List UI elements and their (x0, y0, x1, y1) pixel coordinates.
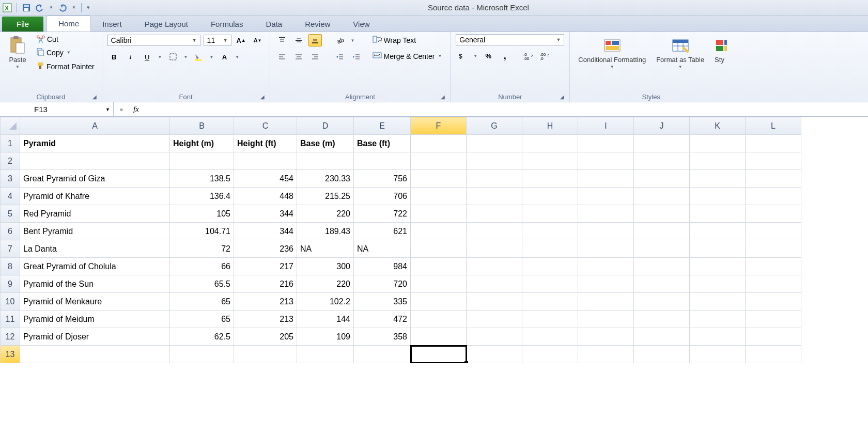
cell-B12[interactable]: 62.5 (170, 328, 234, 346)
cell-L6[interactable] (746, 223, 801, 240)
increase-font-icon[interactable]: A▲ (235, 34, 248, 47)
cell-J11[interactable] (634, 311, 690, 328)
cell-J9[interactable] (634, 275, 690, 293)
align-top-icon[interactable] (275, 34, 289, 47)
cancel-formula-icon[interactable]: ● (114, 105, 129, 113)
cell-C3[interactable]: 454 (234, 170, 297, 188)
cell-F6[interactable] (411, 223, 467, 240)
cell-L3[interactable] (746, 170, 801, 188)
tab-page-layout[interactable]: Page Layout (133, 17, 199, 32)
cell-G2[interactable] (467, 152, 522, 170)
cell-K3[interactable] (690, 170, 746, 188)
chevron-down-icon[interactable]: ▼ (157, 55, 163, 59)
cell-K5[interactable] (690, 205, 746, 223)
cell-J6[interactable] (634, 223, 690, 240)
cell-G6[interactable] (467, 223, 522, 240)
chevron-down-icon[interactable]: ▼ (208, 55, 214, 59)
conditional-formatting-button[interactable]: Conditional Formatting▼ (575, 34, 649, 71)
row-header-1[interactable]: 1 (1, 135, 20, 152)
increase-decimal-icon[interactable]: .0.00 (522, 50, 535, 62)
chevron-down-icon[interactable]: ▼ (350, 38, 356, 43)
tab-review[interactable]: Review (293, 17, 342, 32)
cell-D12[interactable]: 109 (297, 328, 354, 346)
cell-J5[interactable] (634, 205, 690, 223)
underline-button[interactable]: U (141, 51, 154, 63)
cell-G8[interactable] (467, 258, 522, 275)
cell-E8[interactable]: 984 (354, 258, 411, 275)
cell-F7[interactable] (411, 240, 467, 258)
column-header-L[interactable]: L (746, 117, 801, 135)
select-all-corner[interactable] (1, 117, 20, 135)
cell-J4[interactable] (634, 188, 690, 205)
cell-C10[interactable]: 213 (234, 293, 297, 311)
cell-C1[interactable]: Height (ft) (234, 135, 297, 152)
column-header-J[interactable]: J (634, 117, 690, 135)
cell-D6[interactable]: 189.43 (297, 223, 354, 240)
cell-A4[interactable]: Pyramid of Khafre (20, 188, 170, 205)
cell-J3[interactable] (634, 170, 690, 188)
cell-H3[interactable] (522, 170, 578, 188)
cell-G3[interactable] (467, 170, 522, 188)
cell-B8[interactable]: 66 (170, 258, 234, 275)
cell-C2[interactable] (234, 152, 297, 170)
percent-format-icon[interactable]: % (482, 50, 495, 62)
cell-J12[interactable] (634, 328, 690, 346)
tab-insert[interactable]: Insert (91, 17, 133, 32)
cell-A6[interactable]: Bent Pyramid (20, 223, 170, 240)
cell-F9[interactable] (411, 275, 467, 293)
row-header-8[interactable]: 8 (1, 258, 20, 275)
column-header-C[interactable]: C (234, 117, 297, 135)
cell-G4[interactable] (467, 188, 522, 205)
qat-customize-icon[interactable]: ▾ (86, 4, 91, 11)
cell-E11[interactable]: 472 (354, 311, 411, 328)
cell-D4[interactable]: 215.25 (297, 188, 354, 205)
redo-dropdown-icon[interactable]: ▼ (71, 5, 77, 10)
format-painter-button[interactable]: Format Painter (34, 60, 97, 72)
cell-K7[interactable] (690, 240, 746, 258)
spreadsheet-grid[interactable]: ABCDEFGHIJKL1PyramidHeight (m)Height (ft… (0, 117, 868, 363)
dialog-launcher-icon[interactable]: ◢ (92, 94, 97, 100)
cell-A2[interactable] (20, 152, 170, 170)
decrease-decimal-icon[interactable]: .00.0 (538, 50, 552, 62)
align-bottom-icon[interactable] (308, 34, 322, 47)
cell-C6[interactable]: 344 (234, 223, 297, 240)
cell-H9[interactable] (522, 275, 578, 293)
cell-C4[interactable]: 448 (234, 188, 297, 205)
decrease-indent-icon[interactable] (333, 51, 347, 63)
cell-G10[interactable] (467, 293, 522, 311)
cell-H1[interactable] (522, 135, 578, 152)
cell-H11[interactable] (522, 311, 578, 328)
cell-L9[interactable] (746, 275, 801, 293)
chevron-down-icon[interactable]: ▼ (472, 54, 478, 58)
cell-C12[interactable]: 205 (234, 328, 297, 346)
cell-L7[interactable] (746, 240, 801, 258)
cell-I4[interactable] (578, 188, 634, 205)
column-header-E[interactable]: E (354, 117, 411, 135)
cell-E6[interactable]: 621 (354, 223, 411, 240)
increase-indent-icon[interactable] (350, 51, 363, 63)
borders-button[interactable] (166, 51, 180, 63)
cell-H7[interactable] (522, 240, 578, 258)
cell-F11[interactable] (411, 311, 467, 328)
dialog-launcher-icon[interactable]: ◢ (260, 94, 265, 100)
wrap-text-button[interactable]: Wrap Text (370, 34, 445, 46)
cell-I6[interactable] (578, 223, 634, 240)
column-header-F[interactable]: F (411, 117, 467, 135)
cell-G7[interactable] (467, 240, 522, 258)
row-header-12[interactable]: 12 (1, 328, 20, 346)
cell-I9[interactable] (578, 275, 634, 293)
cell-H2[interactable] (522, 152, 578, 170)
chevron-down-icon[interactable]: ▼ (183, 55, 189, 59)
cell-D9[interactable]: 220 (297, 275, 354, 293)
row-header-7[interactable]: 7 (1, 240, 20, 258)
comma-format-icon[interactable]: , (498, 50, 512, 62)
save-icon[interactable] (21, 3, 32, 13)
cell-K8[interactable] (690, 258, 746, 275)
column-header-K[interactable]: K (690, 117, 746, 135)
cell-C11[interactable]: 213 (234, 311, 297, 328)
cell-L13[interactable] (746, 346, 801, 363)
tab-data[interactable]: Data (254, 17, 293, 32)
redo-icon[interactable] (57, 3, 68, 13)
cell-D3[interactable]: 230.33 (297, 170, 354, 188)
cell-G12[interactable] (467, 328, 522, 346)
